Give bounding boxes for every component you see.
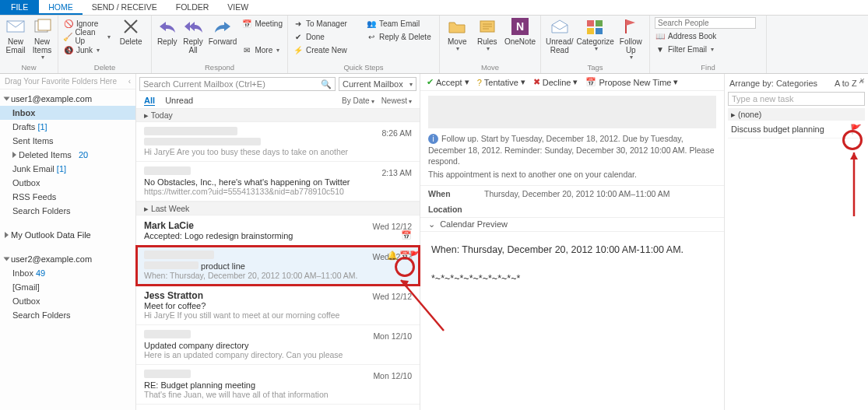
group-delete: 🚫Ignore 🧹Clean Up 🚯Junk Delete Delete: [58, 16, 152, 73]
message-item[interactable]: Hi JaryE Are you too busy these days to …: [136, 122, 420, 162]
when-value: Thursday, December 20, 2012 10:00 AM–11:…: [484, 189, 670, 198]
tab-home[interactable]: HOME: [39, 0, 83, 15]
group-quick-label: Quick Steps: [293, 63, 434, 73]
folder-sent[interactable]: Sent Items: [0, 134, 135, 148]
folder-junk[interactable]: Junk Email [1]: [0, 162, 135, 176]
folder-drafts[interactable]: Drafts [1]: [0, 120, 135, 134]
qs-reply-delete[interactable]: ↩Reply & Delete: [366, 30, 434, 43]
tab-view[interactable]: VIEW: [218, 0, 258, 15]
question-icon: ?: [477, 78, 482, 87]
folder-gmail[interactable]: [Gmail]: [0, 280, 135, 294]
plus-icon: ⚡: [293, 44, 304, 55]
arrow-right-icon: ➜: [293, 18, 304, 29]
tentative-button[interactable]: ?Tentative ▾: [477, 77, 525, 87]
folder-inbox-2[interactable]: Inbox 49: [0, 266, 135, 280]
task-title: Discuss budget planning: [731, 124, 824, 134]
folder-pane: Drag Your Favorite Folders Here‹ user1@e…: [0, 74, 136, 410]
collapse-icon[interactable]: ‹: [128, 77, 131, 86]
folder-outbox-2[interactable]: Outbox: [0, 294, 135, 308]
sort-by-date[interactable]: By Date: [342, 96, 374, 105]
delete-button[interactable]: Delete: [115, 17, 146, 46]
tab-folder[interactable]: FOLDER: [167, 0, 219, 15]
task-pane: × Arrange by: Categories A to Z ^ Type a…: [724, 74, 868, 410]
rules-icon: [477, 17, 497, 36]
group-quick-steps: ➜To Manager ✔Done ⚡Create New 👥Team Emai…: [288, 16, 440, 73]
calendar-preview-toggle[interactable]: ⌄ Calendar Preview: [420, 217, 724, 232]
account-2[interactable]: user2@example.com: [0, 250, 135, 266]
close-task-pane[interactable]: ×: [860, 75, 865, 85]
message-item[interactable]: Jess Stratton Meet for coffee? Hi JaryE …: [136, 286, 420, 325]
new-email-button[interactable]: New Email: [5, 17, 26, 54]
group-today[interactable]: ▸ Today: [136, 108, 420, 122]
folder-rss[interactable]: RSS Feeds: [0, 190, 135, 204]
reply-all-button[interactable]: Reply All: [182, 17, 203, 54]
group-last-week[interactable]: ▸ Last Week: [136, 201, 420, 216]
account-datafile[interactable]: My Outlook Data File: [0, 226, 135, 242]
message-item[interactable]: No Obstacles, Inc., here's what's happen…: [136, 162, 420, 201]
folder-deleted[interactable]: Deleted Items 20: [0, 148, 135, 162]
propose-time-button[interactable]: 📅Propose New Time ▾: [585, 77, 678, 87]
qs-done[interactable]: ✔Done: [293, 30, 361, 43]
move-button[interactable]: Move: [445, 17, 469, 53]
decline-button[interactable]: ✖Decline ▾: [533, 77, 578, 87]
folder-outbox[interactable]: Outbox: [0, 176, 135, 190]
search-scope-select[interactable]: Current Mailbox: [339, 77, 416, 91]
new-items-label: New Items: [31, 37, 53, 54]
follow-up-button[interactable]: Follow Up: [617, 17, 645, 61]
account-1[interactable]: user1@example.com: [0, 89, 135, 106]
message-item[interactable]: RE: Budget planning meeting That's fine …: [136, 365, 420, 405]
tab-send-receive[interactable]: SEND / RECEIVE: [83, 0, 167, 15]
message-item[interactable]: Updated company directory Here is an upd…: [136, 325, 420, 365]
qs-create-new[interactable]: ⚡Create New: [293, 44, 361, 56]
folder-search-2[interactable]: Search Folders: [0, 308, 135, 322]
onenote-button[interactable]: NOneNote: [504, 17, 536, 46]
adjacent-note: This appointment is next to another one …: [428, 169, 716, 180]
message-header-redacted: [428, 96, 716, 128]
sort-newest[interactable]: Newest: [381, 96, 412, 105]
folder-search[interactable]: Search Folders: [0, 204, 135, 218]
flag-icon[interactable]: 🚩: [850, 124, 862, 135]
search-people-input[interactable]: [655, 17, 756, 29]
filter-email-button[interactable]: ▼Filter Email: [655, 43, 761, 55]
svg-rect-8: [587, 28, 594, 34]
meeting-button[interactable]: 📅Meeting: [241, 17, 283, 30]
group-move: Move Rules NOneNote Move: [440, 16, 541, 73]
reminder-bell-icon: 🔔: [387, 251, 398, 261]
group-delete-label: Delete: [63, 63, 146, 73]
task-item[interactable]: Discuss budget planning 🚩: [728, 121, 865, 138]
junk-button[interactable]: 🚯Junk: [63, 44, 111, 56]
cleanup-button[interactable]: 🧹Clean Up: [63, 30, 111, 43]
calendar-icon: 📅: [401, 230, 412, 240]
tab-file[interactable]: FILE: [0, 0, 39, 15]
check-icon: ✔: [427, 77, 434, 87]
tri-icon: [5, 232, 9, 238]
more-icon: ✉: [241, 44, 252, 55]
flag-icon[interactable]: 🚩: [409, 251, 420, 261]
accept-button[interactable]: ✔Accept ▾: [427, 77, 469, 87]
more-respond-button[interactable]: ✉More: [241, 44, 283, 56]
search-icon[interactable]: 🔍: [321, 79, 332, 89]
address-book-button[interactable]: 📖Address Book: [655, 30, 761, 42]
task-group-none[interactable]: ▸ (none): [728, 108, 865, 121]
reply-all-icon: [183, 17, 203, 36]
sort-atoz[interactable]: A to Z ^: [835, 79, 863, 88]
filter-unread[interactable]: Unread: [165, 96, 193, 105]
filter-all[interactable]: All: [144, 96, 155, 106]
arrange-by[interactable]: Arrange by: Categories: [729, 79, 817, 88]
reply-button[interactable]: Reply: [156, 17, 177, 46]
forward-button[interactable]: Forward: [209, 17, 237, 46]
qs-to-manager[interactable]: ➜To Manager: [293, 17, 361, 30]
new-task-input[interactable]: Type a new task: [728, 92, 865, 106]
new-email-label: New Email: [5, 37, 26, 54]
ignore-icon: 🚫: [63, 18, 74, 29]
message-item-selected[interactable]: product line When: Thursday, December 20…: [136, 246, 420, 286]
categorize-button[interactable]: Categorize: [578, 17, 613, 53]
folder-inbox[interactable]: Inbox: [0, 106, 135, 120]
new-items-button[interactable]: New Items: [31, 17, 53, 61]
info-icon: i: [428, 134, 438, 144]
message-item[interactable]: Mark LaCie Accepted: Logo redesign brain…: [136, 216, 420, 246]
rules-button[interactable]: Rules: [474, 17, 499, 53]
unread-read-button[interactable]: Unread/ Read: [546, 17, 574, 54]
qs-team-email[interactable]: 👥Team Email: [366, 17, 434, 30]
search-mailbox-input[interactable]: Search Current Mailbox (Ctrl+E)🔍: [139, 77, 336, 91]
